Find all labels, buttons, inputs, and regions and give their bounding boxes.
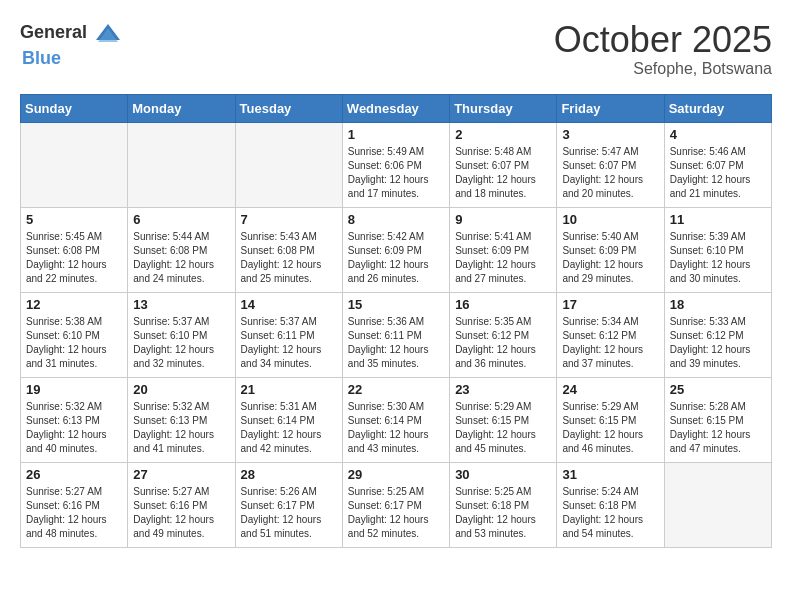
day-number: 28 bbox=[241, 467, 337, 482]
day-info: Sunrise: 5:24 AM Sunset: 6:18 PM Dayligh… bbox=[562, 485, 658, 541]
calendar-cell: 27Sunrise: 5:27 AM Sunset: 6:16 PM Dayli… bbox=[128, 462, 235, 547]
header-saturday: Saturday bbox=[664, 94, 771, 122]
calendar-cell: 13Sunrise: 5:37 AM Sunset: 6:10 PM Dayli… bbox=[128, 292, 235, 377]
calendar-cell: 18Sunrise: 5:33 AM Sunset: 6:12 PM Dayli… bbox=[664, 292, 771, 377]
calendar-week-4: 19Sunrise: 5:32 AM Sunset: 6:13 PM Dayli… bbox=[21, 377, 772, 462]
day-number: 3 bbox=[562, 127, 658, 142]
calendar-cell: 7Sunrise: 5:43 AM Sunset: 6:08 PM Daylig… bbox=[235, 207, 342, 292]
day-info: Sunrise: 5:33 AM Sunset: 6:12 PM Dayligh… bbox=[670, 315, 766, 371]
day-info: Sunrise: 5:40 AM Sunset: 6:09 PM Dayligh… bbox=[562, 230, 658, 286]
calendar-cell: 25Sunrise: 5:28 AM Sunset: 6:15 PM Dayli… bbox=[664, 377, 771, 462]
day-info: Sunrise: 5:30 AM Sunset: 6:14 PM Dayligh… bbox=[348, 400, 444, 456]
day-info: Sunrise: 5:46 AM Sunset: 6:07 PM Dayligh… bbox=[670, 145, 766, 201]
calendar-cell bbox=[128, 122, 235, 207]
page-header: General Blue October 2025 Sefophe, Botsw… bbox=[20, 20, 772, 78]
day-number: 27 bbox=[133, 467, 229, 482]
day-number: 2 bbox=[455, 127, 551, 142]
header-wednesday: Wednesday bbox=[342, 94, 449, 122]
calendar-cell: 16Sunrise: 5:35 AM Sunset: 6:12 PM Dayli… bbox=[450, 292, 557, 377]
day-info: Sunrise: 5:34 AM Sunset: 6:12 PM Dayligh… bbox=[562, 315, 658, 371]
calendar-week-3: 12Sunrise: 5:38 AM Sunset: 6:10 PM Dayli… bbox=[21, 292, 772, 377]
calendar-header-row: SundayMondayTuesdayWednesdayThursdayFrid… bbox=[21, 94, 772, 122]
day-info: Sunrise: 5:48 AM Sunset: 6:07 PM Dayligh… bbox=[455, 145, 551, 201]
calendar-cell: 2Sunrise: 5:48 AM Sunset: 6:07 PM Daylig… bbox=[450, 122, 557, 207]
day-info: Sunrise: 5:36 AM Sunset: 6:11 PM Dayligh… bbox=[348, 315, 444, 371]
day-number: 10 bbox=[562, 212, 658, 227]
day-number: 9 bbox=[455, 212, 551, 227]
logo-blue: Blue bbox=[22, 48, 61, 68]
day-number: 20 bbox=[133, 382, 229, 397]
day-info: Sunrise: 5:49 AM Sunset: 6:06 PM Dayligh… bbox=[348, 145, 444, 201]
day-number: 8 bbox=[348, 212, 444, 227]
header-monday: Monday bbox=[128, 94, 235, 122]
calendar-week-1: 1Sunrise: 5:49 AM Sunset: 6:06 PM Daylig… bbox=[21, 122, 772, 207]
day-info: Sunrise: 5:32 AM Sunset: 6:13 PM Dayligh… bbox=[133, 400, 229, 456]
calendar-cell: 12Sunrise: 5:38 AM Sunset: 6:10 PM Dayli… bbox=[21, 292, 128, 377]
calendar-cell: 22Sunrise: 5:30 AM Sunset: 6:14 PM Dayli… bbox=[342, 377, 449, 462]
logo-icon bbox=[94, 20, 122, 48]
calendar-table: SundayMondayTuesdayWednesdayThursdayFrid… bbox=[20, 94, 772, 548]
day-number: 13 bbox=[133, 297, 229, 312]
day-info: Sunrise: 5:43 AM Sunset: 6:08 PM Dayligh… bbox=[241, 230, 337, 286]
calendar-cell: 15Sunrise: 5:36 AM Sunset: 6:11 PM Dayli… bbox=[342, 292, 449, 377]
calendar-cell: 8Sunrise: 5:42 AM Sunset: 6:09 PM Daylig… bbox=[342, 207, 449, 292]
calendar-week-5: 26Sunrise: 5:27 AM Sunset: 6:16 PM Dayli… bbox=[21, 462, 772, 547]
day-number: 19 bbox=[26, 382, 122, 397]
calendar-cell: 3Sunrise: 5:47 AM Sunset: 6:07 PM Daylig… bbox=[557, 122, 664, 207]
day-info: Sunrise: 5:31 AM Sunset: 6:14 PM Dayligh… bbox=[241, 400, 337, 456]
calendar-cell: 20Sunrise: 5:32 AM Sunset: 6:13 PM Dayli… bbox=[128, 377, 235, 462]
day-info: Sunrise: 5:47 AM Sunset: 6:07 PM Dayligh… bbox=[562, 145, 658, 201]
day-number: 17 bbox=[562, 297, 658, 312]
day-info: Sunrise: 5:25 AM Sunset: 6:18 PM Dayligh… bbox=[455, 485, 551, 541]
day-info: Sunrise: 5:29 AM Sunset: 6:15 PM Dayligh… bbox=[455, 400, 551, 456]
calendar-cell: 5Sunrise: 5:45 AM Sunset: 6:08 PM Daylig… bbox=[21, 207, 128, 292]
header-sunday: Sunday bbox=[21, 94, 128, 122]
day-number: 24 bbox=[562, 382, 658, 397]
day-number: 1 bbox=[348, 127, 444, 142]
logo-general: General bbox=[20, 22, 87, 42]
calendar-cell: 26Sunrise: 5:27 AM Sunset: 6:16 PM Dayli… bbox=[21, 462, 128, 547]
calendar-cell: 17Sunrise: 5:34 AM Sunset: 6:12 PM Dayli… bbox=[557, 292, 664, 377]
calendar-cell: 31Sunrise: 5:24 AM Sunset: 6:18 PM Dayli… bbox=[557, 462, 664, 547]
day-number: 30 bbox=[455, 467, 551, 482]
header-tuesday: Tuesday bbox=[235, 94, 342, 122]
day-info: Sunrise: 5:29 AM Sunset: 6:15 PM Dayligh… bbox=[562, 400, 658, 456]
calendar-cell: 29Sunrise: 5:25 AM Sunset: 6:17 PM Dayli… bbox=[342, 462, 449, 547]
day-info: Sunrise: 5:32 AM Sunset: 6:13 PM Dayligh… bbox=[26, 400, 122, 456]
day-info: Sunrise: 5:45 AM Sunset: 6:08 PM Dayligh… bbox=[26, 230, 122, 286]
day-info: Sunrise: 5:41 AM Sunset: 6:09 PM Dayligh… bbox=[455, 230, 551, 286]
calendar-cell: 9Sunrise: 5:41 AM Sunset: 6:09 PM Daylig… bbox=[450, 207, 557, 292]
day-number: 18 bbox=[670, 297, 766, 312]
day-info: Sunrise: 5:44 AM Sunset: 6:08 PM Dayligh… bbox=[133, 230, 229, 286]
day-number: 29 bbox=[348, 467, 444, 482]
logo: General Blue bbox=[20, 20, 122, 69]
day-info: Sunrise: 5:37 AM Sunset: 6:10 PM Dayligh… bbox=[133, 315, 229, 371]
day-number: 5 bbox=[26, 212, 122, 227]
calendar-cell: 30Sunrise: 5:25 AM Sunset: 6:18 PM Dayli… bbox=[450, 462, 557, 547]
calendar-cell: 21Sunrise: 5:31 AM Sunset: 6:14 PM Dayli… bbox=[235, 377, 342, 462]
day-number: 12 bbox=[26, 297, 122, 312]
calendar-cell bbox=[664, 462, 771, 547]
day-number: 16 bbox=[455, 297, 551, 312]
day-info: Sunrise: 5:42 AM Sunset: 6:09 PM Dayligh… bbox=[348, 230, 444, 286]
day-info: Sunrise: 5:38 AM Sunset: 6:10 PM Dayligh… bbox=[26, 315, 122, 371]
day-number: 26 bbox=[26, 467, 122, 482]
calendar-cell: 28Sunrise: 5:26 AM Sunset: 6:17 PM Dayli… bbox=[235, 462, 342, 547]
day-number: 6 bbox=[133, 212, 229, 227]
day-info: Sunrise: 5:25 AM Sunset: 6:17 PM Dayligh… bbox=[348, 485, 444, 541]
month-title: October 2025 bbox=[554, 20, 772, 60]
calendar-week-2: 5Sunrise: 5:45 AM Sunset: 6:08 PM Daylig… bbox=[21, 207, 772, 292]
calendar-cell: 6Sunrise: 5:44 AM Sunset: 6:08 PM Daylig… bbox=[128, 207, 235, 292]
calendar-cell bbox=[235, 122, 342, 207]
calendar-cell: 23Sunrise: 5:29 AM Sunset: 6:15 PM Dayli… bbox=[450, 377, 557, 462]
day-number: 11 bbox=[670, 212, 766, 227]
location: Sefophe, Botswana bbox=[554, 60, 772, 78]
calendar-cell: 14Sunrise: 5:37 AM Sunset: 6:11 PM Dayli… bbox=[235, 292, 342, 377]
day-info: Sunrise: 5:26 AM Sunset: 6:17 PM Dayligh… bbox=[241, 485, 337, 541]
day-info: Sunrise: 5:39 AM Sunset: 6:10 PM Dayligh… bbox=[670, 230, 766, 286]
day-number: 7 bbox=[241, 212, 337, 227]
calendar-cell: 11Sunrise: 5:39 AM Sunset: 6:10 PM Dayli… bbox=[664, 207, 771, 292]
calendar-cell: 24Sunrise: 5:29 AM Sunset: 6:15 PM Dayli… bbox=[557, 377, 664, 462]
day-number: 31 bbox=[562, 467, 658, 482]
calendar-cell: 19Sunrise: 5:32 AM Sunset: 6:13 PM Dayli… bbox=[21, 377, 128, 462]
